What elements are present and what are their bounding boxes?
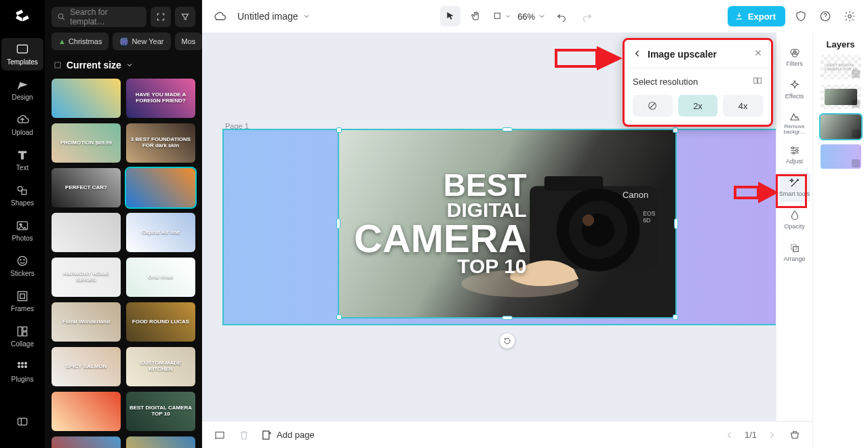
help-icon[interactable] xyxy=(816,7,834,25)
settings-icon[interactable] xyxy=(841,7,859,25)
rail-upload[interactable]: Upload xyxy=(1,108,43,141)
resize-handle[interactable] xyxy=(336,314,342,320)
reso-4x[interactable]: 4x xyxy=(723,95,763,117)
template-thumb[interactable] xyxy=(52,213,121,252)
svg-point-5 xyxy=(18,256,26,265)
template-thumb[interactable]: FOOD ROUND LUCAS xyxy=(126,302,195,342)
present-icon[interactable] xyxy=(787,427,803,443)
layer-thumb[interactable] xyxy=(821,144,861,169)
resize-handle[interactable] xyxy=(673,314,678,320)
rail-photos[interactable]: Photos xyxy=(1,214,43,247)
rail-shapes[interactable]: Shapes xyxy=(1,179,43,211)
shield-icon[interactable] xyxy=(792,7,810,25)
cloud-sync-icon[interactable] xyxy=(212,8,228,24)
scan-button[interactable] xyxy=(151,7,171,27)
template-thumb[interactable]: BEST DIGITAL CAMERA TOP 10 xyxy=(126,392,195,431)
template-thumb[interactable]: Floral Wonderland xyxy=(52,302,121,342)
rail-text[interactable]: Text xyxy=(1,144,43,176)
close-button[interactable] xyxy=(753,48,763,60)
add-page-button[interactable]: Add page xyxy=(260,429,315,441)
rail-label: Templates xyxy=(7,58,38,66)
layer-lock-icon[interactable] xyxy=(852,100,860,108)
artboard[interactable]: Canon EOS 6D BEST DIGITAL CAMERA TOP 10 xyxy=(224,130,791,324)
filter-button[interactable] xyxy=(175,7,195,27)
template-thumb[interactable]: DON'T DO THIS IN JAPAN xyxy=(52,436,121,448)
template-thumb[interactable]: HARMONY HOME SERIES xyxy=(52,258,121,297)
resize-handle[interactable] xyxy=(502,127,513,131)
rail-label: Shapes xyxy=(11,199,34,207)
ts-adjust[interactable]: Adjust xyxy=(779,140,810,169)
rail-stickers[interactable]: Stickers xyxy=(1,249,43,282)
template-thumb[interactable]: Oral rinse xyxy=(126,258,195,297)
chevron-down-icon xyxy=(125,61,134,69)
template-thumb[interactable]: SPICY SALMON xyxy=(52,347,121,386)
svg-rect-52 xyxy=(793,247,798,252)
layer-lock-icon[interactable] xyxy=(852,129,860,138)
document-title[interactable]: Untitled image xyxy=(237,11,311,22)
template-thumb[interactable]: 3 BEST FOUNDATIONS FOR dark skin xyxy=(126,123,195,163)
resize-handle[interactable] xyxy=(336,218,340,229)
rail-label: Photos xyxy=(12,235,33,242)
page-label: Page 1 xyxy=(225,122,249,130)
template-thumb[interactable] xyxy=(52,79,121,118)
svg-rect-63 xyxy=(263,431,269,439)
rail-templates[interactable]: Templates xyxy=(1,38,43,70)
tag-newyear[interactable]: 🎆New Year xyxy=(113,33,170,50)
svg-point-16 xyxy=(18,365,20,367)
resize-handle[interactable] xyxy=(674,218,678,229)
svg-rect-2 xyxy=(22,190,26,195)
template-thumb[interactable]: Capcut Air line xyxy=(126,213,195,252)
template-thumb[interactable]: ITALY xyxy=(126,436,195,448)
svg-point-18 xyxy=(24,365,26,367)
ts-arrange[interactable]: Arrange xyxy=(779,237,810,267)
rail-collage[interactable]: Collage xyxy=(1,320,43,352)
selection-box[interactable] xyxy=(339,130,675,317)
resize-handle[interactable] xyxy=(502,316,513,320)
resize-handle[interactable] xyxy=(673,127,678,133)
ts-effects[interactable]: Effects xyxy=(779,75,810,104)
layer-lock-icon[interactable] xyxy=(852,70,860,78)
app-logo[interactable] xyxy=(14,8,31,26)
template-thumb[interactable] xyxy=(126,168,195,207)
rail-frames[interactable]: Frames xyxy=(1,285,43,317)
layer-thumb[interactable]: BEST DIGITAL CAMERA TOP 10 xyxy=(821,55,861,79)
ts-opacity[interactable]: Opacity xyxy=(779,205,810,235)
resize-handle[interactable] xyxy=(336,127,342,133)
svg-rect-9 xyxy=(20,294,25,299)
rail-collapse[interactable] xyxy=(1,406,43,439)
template-thumb[interactable]: PROMOTION $69.99 xyxy=(52,123,121,163)
reso-2x[interactable]: 2x xyxy=(678,95,718,117)
export-button[interactable]: Export xyxy=(728,6,785,26)
template-thumb[interactable] xyxy=(52,392,121,431)
search-input[interactable]: Search for templat… xyxy=(52,7,146,27)
rotate-handle[interactable] xyxy=(500,333,515,348)
crop-dropdown[interactable] xyxy=(492,6,512,26)
compare-icon[interactable] xyxy=(752,75,763,88)
template-thumb[interactable]: HAVE YOU MADE A FOREIGN FRIEND? xyxy=(126,79,195,118)
back-button[interactable] xyxy=(633,49,644,60)
hand-tool[interactable] xyxy=(466,6,486,26)
tag-christmas[interactable]: ▲Christmas xyxy=(52,33,108,50)
layer-lock-icon[interactable] xyxy=(852,159,860,167)
svg-point-4 xyxy=(20,224,22,226)
layer-thumb[interactable] xyxy=(821,115,861,139)
ts-remove-bg[interactable]: Remove backgr… xyxy=(779,107,810,137)
rail-design[interactable]: Design xyxy=(1,73,43,106)
reso-none[interactable] xyxy=(633,95,673,117)
tag-more[interactable]: Mos xyxy=(175,33,203,50)
zoom-level[interactable]: 66% xyxy=(517,12,546,22)
layer-thumb[interactable] xyxy=(821,85,861,109)
redo-button[interactable] xyxy=(577,6,597,26)
svg-point-26 xyxy=(848,15,852,18)
rail-plugins[interactable]: Plugins xyxy=(1,355,43,388)
download-icon xyxy=(734,12,744,21)
template-thumb[interactable]: PERFECT CAR? xyxy=(52,168,121,207)
template-thumb[interactable]: CUSTOM-MADE KITCHEN xyxy=(126,347,195,386)
current-size-dropdown[interactable]: Current size xyxy=(45,57,202,79)
undo-button[interactable] xyxy=(551,6,572,26)
pages-overview-icon[interactable] xyxy=(212,427,228,443)
svg-point-6 xyxy=(20,260,22,261)
ts-filters[interactable]: Filters xyxy=(779,42,810,72)
ts-smart-tools[interactable]: Smart tools xyxy=(779,172,810,202)
pointer-tool[interactable] xyxy=(440,6,460,26)
